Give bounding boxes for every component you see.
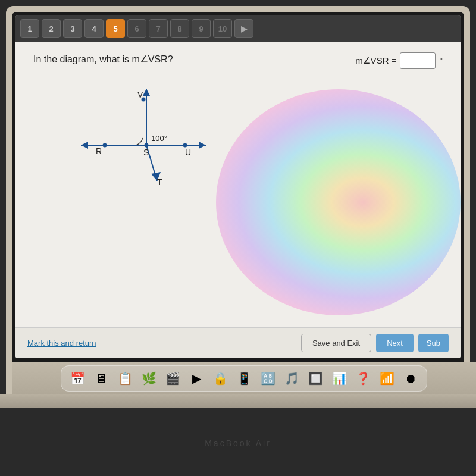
point-r bbox=[103, 143, 107, 148]
taskbar: 📅 🖥 📋 🌿 🎬 ▶ 🔒 📱 🔠 🎵 🔲 📊 ❓ 📶 ⏺ bbox=[12, 362, 476, 394]
angle-degree-label: 100° bbox=[151, 134, 167, 143]
angle-label: m∠VSR = bbox=[355, 55, 396, 66]
diagram-area: V R S U T 100° bbox=[69, 77, 224, 208]
dock-item-calendar[interactable]: 📅 bbox=[67, 368, 87, 389]
laptop-shell: 1 2 3 4 5 6 7 8 9 10 ▶ In the diagram, w… bbox=[6, 6, 470, 394]
screen-bezel: 1 2 3 4 5 6 7 8 9 10 ▶ In the diagram, w… bbox=[12, 12, 464, 362]
quiz-bottom: Mark this and return Save and Exit Next … bbox=[15, 327, 461, 358]
dock-item-record[interactable]: ⏺ bbox=[400, 368, 421, 389]
dock: 📅 🖥 📋 🌿 🎬 ▶ 🔒 📱 🔠 🎵 🔲 📊 ❓ 📶 ⏺ bbox=[61, 365, 427, 392]
play-button[interactable]: ▶ bbox=[234, 19, 253, 38]
quiz-nav: 1 2 3 4 5 6 7 8 9 10 ▶ bbox=[15, 15, 461, 42]
laptop-base bbox=[0, 394, 476, 408]
dock-item-mobile[interactable]: 📱 bbox=[234, 368, 254, 389]
quiz-content: In the diagram, what is m∠VSR? m∠VSR = ° bbox=[15, 42, 461, 327]
mark-return-link[interactable]: Mark this and return bbox=[27, 339, 96, 347]
label-r: R bbox=[96, 146, 102, 156]
dock-item-grid[interactable]: 🔲 bbox=[305, 368, 325, 389]
dock-item-play[interactable]: ▶ bbox=[186, 368, 206, 389]
dock-item-notes[interactable]: 📋 bbox=[115, 368, 135, 389]
label-s: S bbox=[143, 148, 149, 157]
dock-item-wifi[interactable]: 📶 bbox=[377, 368, 397, 389]
dock-item-music[interactable]: 🎵 bbox=[281, 368, 302, 389]
degree-symbol: ° bbox=[439, 56, 443, 65]
angle-input[interactable] bbox=[400, 52, 436, 69]
dock-item-facetime[interactable]: 🎬 bbox=[162, 368, 183, 389]
dock-item-lock[interactable]: 🔒 bbox=[210, 368, 230, 389]
left-arrow bbox=[81, 142, 88, 149]
nav-btn-2[interactable]: 2 bbox=[42, 19, 61, 38]
point-u bbox=[183, 143, 187, 148]
screen: 1 2 3 4 5 6 7 8 9 10 ▶ In the diagram, w… bbox=[15, 15, 461, 358]
up-arrow bbox=[143, 89, 150, 96]
point-s bbox=[145, 143, 149, 148]
nav-btn-10[interactable]: 10 bbox=[213, 19, 232, 38]
label-v: V bbox=[137, 90, 143, 99]
diagram-svg: V R S U T 100° bbox=[69, 77, 224, 208]
label-u: U bbox=[185, 148, 191, 157]
submit-button[interactable]: Sub bbox=[418, 334, 449, 352]
angle-input-area: m∠VSR = ° bbox=[355, 52, 443, 69]
right-arrow bbox=[199, 142, 206, 149]
dock-item-help[interactable]: ❓ bbox=[353, 368, 373, 389]
label-t: T bbox=[157, 177, 162, 187]
next-button[interactable]: Next bbox=[376, 334, 414, 352]
macbook-label: MacBook Air bbox=[205, 439, 271, 448]
nav-btn-4[interactable]: 4 bbox=[84, 19, 104, 38]
nav-btn-6[interactable]: 6 bbox=[127, 19, 146, 38]
dock-item-finder[interactable]: 🖥 bbox=[91, 368, 111, 389]
dock-item-font[interactable]: 🔠 bbox=[258, 368, 278, 389]
dark-background: MacBook Air bbox=[0, 408, 476, 476]
nav-btn-3[interactable]: 3 bbox=[63, 19, 82, 38]
save-exit-button[interactable]: Save and Exit bbox=[301, 334, 371, 352]
nav-btn-5[interactable]: 5 bbox=[106, 19, 125, 38]
nav-btn-1[interactable]: 1 bbox=[20, 19, 39, 38]
dock-item-chart[interactable]: 📊 bbox=[329, 368, 349, 389]
nav-btn-9[interactable]: 9 bbox=[192, 19, 211, 38]
nav-btn-7[interactable]: 7 bbox=[149, 19, 168, 38]
nav-btn-8[interactable]: 8 bbox=[170, 19, 189, 38]
bottom-buttons: Save and Exit Next Sub bbox=[301, 334, 449, 352]
dock-item-photos[interactable]: 🌿 bbox=[139, 368, 159, 389]
